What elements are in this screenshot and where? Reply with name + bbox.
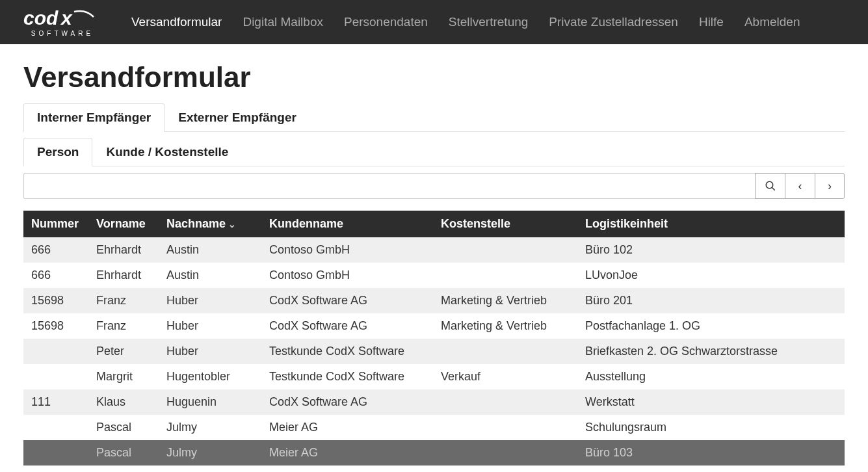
page-title: Versandformular [23,61,845,94]
cell-nummer: 15698 [23,288,88,313]
nav-abmelden[interactable]: Abmelden [741,12,804,32]
cell-nachname: Austin [159,237,261,263]
prev-page-button[interactable]: ‹ [785,173,815,199]
cell-lu: Werkstatt [577,389,845,415]
cell-nachname: Huber [159,288,261,313]
cell-kunde: CodX Software AG [261,389,433,415]
table-row[interactable]: 666EhrhardtAustinContoso GmbHBüro 102 [23,237,845,263]
search-input[interactable] [23,173,755,199]
cell-lu: LUvonJoe [577,263,845,288]
cell-nummer [23,440,88,465]
tab-kunde-kostenstelle[interactable]: Kunde / Kostenstelle [92,138,242,166]
col-nummer[interactable]: Nummer [23,211,88,237]
nav-digital-mailbox[interactable]: Digital Mailbox [239,12,327,32]
tab-externer-empfaenger[interactable]: Externer Empfänger [164,103,310,132]
cell-vorname: Franz [88,313,159,339]
cell-lu: Briefkasten 2. OG Schwarztorstrasse [577,339,845,364]
col-kostenstelle[interactable]: Kostenstelle [433,211,577,237]
cell-kunde: Contoso GmbH [261,237,433,263]
cell-nummer: 111 [23,389,88,415]
svg-text:cod: cod [23,8,59,29]
nav-versandformular[interactable]: Versandformular [127,12,226,32]
table-row[interactable]: PascalJulmyMeier AGSchulungsraum [23,415,845,440]
table-row[interactable]: 15698FranzHuberCodX Software AGMarketing… [23,313,845,339]
cell-lu: Büro 103 [577,440,845,465]
cell-kunde: Testkunde CodX Software [261,364,433,389]
table-row[interactable]: 111KlausHugueninCodX Software AGWerkstat… [23,389,845,415]
cell-nummer [23,339,88,364]
cell-nachname: Austin [159,263,261,288]
svg-point-2 [766,181,773,189]
cell-vorname: Adrian [88,465,159,472]
cell-lu: Büro 102 [577,237,845,263]
cell-vorname: Pascal [88,415,159,440]
table-header-row: Nummer Vorname Nachname Kundenname Koste… [23,211,845,237]
table-row[interactable]: 666EhrhardtAustinContoso GmbHLUvonJoe [23,263,845,288]
search-icon [765,180,776,192]
table-row[interactable]: PascalJulmyMeier AGBüro 103 [23,440,845,465]
cell-nachname: Julmy [159,415,261,440]
cell-nummer [23,415,88,440]
col-nachname[interactable]: Nachname [159,211,261,237]
table-row[interactable]: 15698FranzHuberCodX Software AGMarketing… [23,288,845,313]
cell-kst [433,339,577,364]
results-table: Nummer Vorname Nachname Kundenname Koste… [23,211,845,472]
cell-nummer: 15698 [23,313,88,339]
table-row[interactable]: AdrianKammermannCodX Software AGInterne … [23,465,845,472]
chevron-right-icon: › [828,179,832,193]
cell-kst [433,237,577,263]
col-kundenname[interactable]: Kundenname [261,211,433,237]
cell-kunde: CodX Software AG [261,465,433,472]
cell-vorname: Peter [88,339,159,364]
tabs-secondary: Person Kunde / Kostenstelle [23,137,845,166]
table-row[interactable]: PeterHuberTestkunde CodX SoftwareBriefka… [23,339,845,364]
cell-lu: Ausstellung [577,364,845,389]
cell-kst: Verkauf [433,364,577,389]
col-vorname[interactable]: Vorname [88,211,159,237]
cell-kunde: Testkunde CodX Software [261,339,433,364]
cell-lu: Schulungsraum [577,415,845,440]
tab-interner-empfaenger[interactable]: Interner Empfänger [23,103,164,132]
cell-nummer [23,465,88,472]
cell-nachname: Kammermann [159,465,261,472]
cell-vorname: Klaus [88,389,159,415]
cell-vorname: Margrit [88,364,159,389]
svg-text:x: x [60,8,73,29]
logo: cod x SOFTWARE [23,8,101,37]
cell-nachname: Huber [159,339,261,364]
chevron-left-icon: ‹ [798,179,802,193]
tabs-primary: Interner Empfänger Externer Empfänger [23,103,845,132]
search-button[interactable] [755,173,785,199]
cell-kst: Interne Dienste & IT [433,465,577,472]
tab-person[interactable]: Person [23,138,92,166]
cell-nummer: 666 [23,237,88,263]
logo-subtitle: SOFTWARE [31,30,94,37]
next-page-button[interactable]: › [815,173,845,199]
cell-kst: Marketing & Vertrieb [433,288,577,313]
cell-lu: Büro 103 [577,465,845,472]
cell-vorname: Franz [88,288,159,313]
cell-lu: Büro 201 [577,288,845,313]
cell-nummer [23,364,88,389]
nav-hilfe[interactable]: Hilfe [695,12,728,32]
cell-kunde: Contoso GmbH [261,263,433,288]
svg-line-3 [772,187,775,190]
cell-kunde: CodX Software AG [261,313,433,339]
cell-kst [433,415,577,440]
cell-kst [433,263,577,288]
table-row[interactable]: MargritHugentoblerTestkunde CodX Softwar… [23,364,845,389]
nav-personendaten[interactable]: Personendaten [340,12,432,32]
top-nav: cod x SOFTWARE Versandformular Digital M… [0,0,868,44]
nav-private-zustelladressen[interactable]: Private Zustelladressen [545,12,682,32]
col-logistikeinheit[interactable]: Logistikeinheit [577,211,845,237]
cell-nachname: Julmy [159,440,261,465]
cell-nachname: Huber [159,313,261,339]
cell-nummer: 666 [23,263,88,288]
nav-stellvertretung[interactable]: Stellvertretung [445,12,533,32]
cell-lu: Postfachanlage 1. OG [577,313,845,339]
cell-nachname: Huguenin [159,389,261,415]
cell-kst [433,440,577,465]
cell-vorname: Ehrhardt [88,237,159,263]
cell-kunde: CodX Software AG [261,288,433,313]
cell-vorname: Ehrhardt [88,263,159,288]
